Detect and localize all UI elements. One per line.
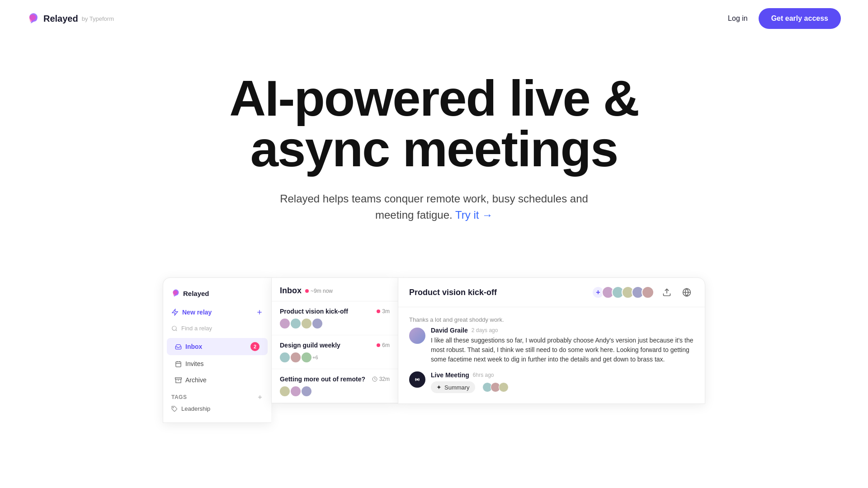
inbox-header: Inbox ~9m now: [272, 278, 398, 301]
inbox-item-time-3: 32m: [372, 376, 390, 382]
live-meeting-label: Live Meeting: [431, 371, 469, 379]
prev-message: Thanks a lot and great shoddy work.: [409, 313, 694, 327]
logo-text: Relayed: [43, 14, 78, 24]
inbox-avatars-2: +6: [280, 352, 318, 362]
logo-by-text: by Typeform: [82, 15, 114, 22]
summary-label: Summary: [444, 384, 470, 391]
message-author: David Graile: [431, 327, 468, 334]
invites-icon: [175, 361, 182, 367]
live-meeting-item: Live Meeting 6hrs ago ✦ Summary: [409, 371, 694, 393]
live-meeting-avatars: [482, 382, 509, 392]
inbox-item-design-guild[interactable]: Design guild weekly 6m +6: [272, 335, 398, 369]
svg-point-6: [173, 407, 174, 408]
globe-icon: [682, 288, 691, 297]
relay-icon: [171, 309, 179, 316]
summary-pill[interactable]: ✦ Summary: [431, 381, 475, 393]
upload-icon: [662, 288, 671, 297]
live-meeting-icon: [409, 371, 425, 388]
hero-subtitle: Relayed helps teams conquer remote work,…: [276, 191, 592, 223]
logo: Relayed by Typeform: [27, 12, 114, 25]
chat-participants: +: [594, 286, 654, 299]
get-early-access-button[interactable]: Get early access: [759, 8, 841, 29]
message-dot-2: [377, 343, 380, 347]
navbar: Relayed by Typeform Log in Get early acc…: [0, 0, 868, 37]
avatar: [312, 319, 322, 328]
sidebar-label-inbox: Inbox: [185, 343, 202, 350]
avatar: [280, 319, 290, 328]
inbox-new-badge: ~9m now: [305, 288, 333, 294]
clock-icon: [372, 376, 377, 382]
message-text: I like all these suggestions so far, I w…: [431, 336, 694, 364]
avatar: [302, 386, 311, 396]
sidebar-logo: Relayed: [163, 285, 271, 305]
chat-title: Product vision kick-off: [409, 288, 497, 297]
svg-rect-3: [176, 361, 181, 366]
avatar: [291, 319, 301, 328]
inbox-icon: [175, 343, 182, 350]
sidebar-label-invites: Invites: [185, 360, 203, 367]
add-tag-icon[interactable]: [257, 394, 263, 400]
login-button[interactable]: Log in: [728, 14, 748, 23]
avatar: [280, 352, 290, 362]
avatar: [291, 386, 301, 396]
chat-message-david: David Graile 2 days ago I like all these…: [409, 327, 694, 364]
avatar-more-count: +6: [312, 355, 318, 360]
pink-dot: [305, 289, 309, 293]
live-meeting-body: Live Meeting 6hrs ago ✦ Summary: [431, 371, 509, 393]
sidebar-tags-header: TAGS: [163, 389, 271, 402]
inbox-avatars-1: [280, 319, 322, 328]
sparkle-icon: ✦: [436, 384, 442, 391]
inbox-item-product-vision[interactable]: Product vision kick-off 3m: [272, 301, 398, 335]
archive-icon: [175, 377, 182, 384]
message-time: 2 days ago: [472, 327, 498, 333]
sidebar-tag-leadership[interactable]: Leadership: [163, 402, 271, 415]
sidebar-item-inbox[interactable]: Inbox 2: [167, 338, 268, 355]
hero-section: AI-powered live & async meetings Relayed…: [0, 37, 868, 250]
inbox-item-time-2: 6m: [377, 342, 390, 348]
search-icon: [171, 325, 178, 332]
inbox-title: Inbox: [280, 286, 302, 296]
message-avatar: [409, 328, 425, 344]
svg-point-10: [417, 379, 418, 380]
new-relay-button[interactable]: New relay: [163, 305, 271, 319]
avatar: [280, 386, 290, 396]
inbox-badge: 2: [250, 342, 259, 351]
chat-header: Product vision kick-off +: [398, 278, 705, 307]
svg-point-2: [172, 326, 176, 330]
plus-icon: [256, 309, 263, 316]
inbox-panel: Inbox ~9m now Product vision kick-off 3m: [271, 277, 398, 404]
product-preview: Relayed New relay Find a relay: [163, 277, 705, 423]
tag-leadership-label: Leadership: [181, 405, 210, 412]
sidebar-panel: Relayed New relay Find a relay: [163, 277, 271, 423]
avatar: [302, 352, 311, 362]
message-dot-1: [377, 310, 380, 313]
settings-button[interactable]: [679, 285, 694, 300]
inbox-item-title-1: Product vision kick-off: [280, 308, 348, 315]
live-meeting-time: 6hrs ago: [473, 372, 494, 378]
inbox-item-title-2: Design guild weekly: [280, 342, 340, 349]
participant-avatar: [642, 286, 654, 299]
message-content: David Graile 2 days ago I like all these…: [431, 327, 694, 364]
search-relay[interactable]: Find a relay: [163, 322, 271, 334]
chat-header-actions: +: [594, 285, 694, 300]
hero-title: AI-powered live & async meetings: [185, 73, 683, 174]
inbox-item-title-3: Getting more out of remote?: [280, 375, 365, 383]
chat-panel: Product vision kick-off +: [398, 277, 705, 404]
avatar: [302, 319, 311, 328]
upload-button[interactable]: [660, 285, 674, 300]
tag-icon: [171, 406, 178, 412]
try-it-link[interactable]: Try it →: [455, 209, 493, 221]
inbox-item-time-1: 3m: [377, 308, 390, 314]
hero-subtitle-text: Relayed helps teams conquer remote work,…: [280, 192, 588, 221]
sidebar-label-archive: Archive: [185, 376, 207, 384]
avatar: [291, 352, 301, 362]
chat-messages: Thanks a lot and great shoddy work. Davi…: [398, 307, 705, 402]
radio-icon: [414, 376, 421, 383]
inbox-item-remote[interactable]: Getting more out of remote? 32m: [272, 369, 398, 403]
sidebar-logo-text: Relayed: [183, 290, 209, 297]
avatar: [499, 382, 509, 392]
nav-actions: Log in Get early access: [728, 8, 841, 29]
sidebar-item-archive[interactable]: Archive: [167, 372, 268, 388]
sidebar-logo-icon: [171, 289, 180, 298]
sidebar-item-invites[interactable]: Invites: [167, 356, 268, 371]
